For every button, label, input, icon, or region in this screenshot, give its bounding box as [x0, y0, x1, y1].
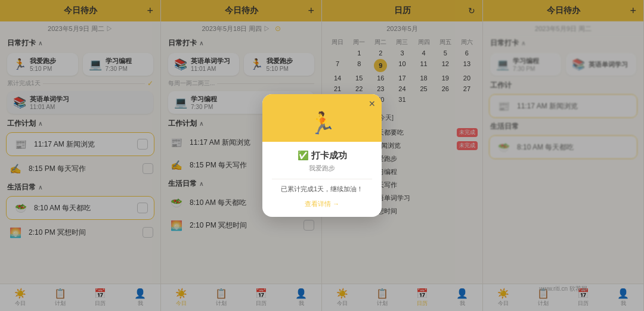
- panel-todo-4: 今日待办 + 2023年5月9日 周二 日常打卡 ∧ 💻 学习编程 7:30 P…: [483, 0, 644, 311]
- modal-overlay: ✕ 🏃 ✅ 打卡成功 我爱跑步 已累计完成1天，继续加油！ 查看详情 →: [483, 0, 644, 311]
